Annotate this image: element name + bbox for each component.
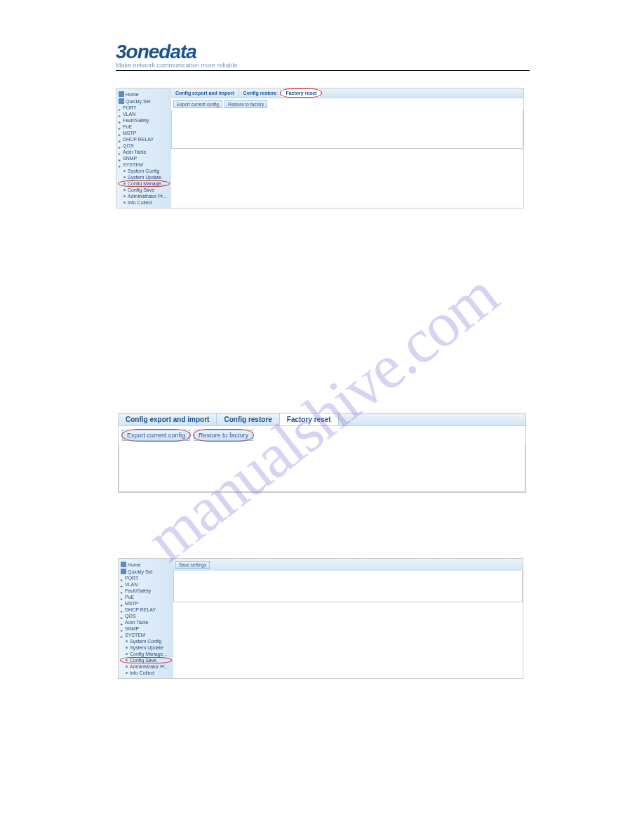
sidebar-label: QOS bbox=[123, 143, 134, 148]
dot-icon bbox=[123, 189, 126, 191]
page-header: 3onedata Make network communication more… bbox=[116, 41, 530, 88]
sidebar-item-fault[interactable]: ▸Fault/Safety bbox=[116, 117, 171, 124]
sidebar-sub-config-save[interactable]: Config Save bbox=[119, 657, 173, 663]
sidebar-label: SYSTEM bbox=[123, 162, 143, 167]
sidebar-item-dhcp[interactable]: ▸DHCP RELAY bbox=[119, 607, 173, 613]
sidebar-sub-label: System Update bbox=[128, 175, 161, 180]
sidebar-sub-label: Config Save bbox=[128, 187, 154, 192]
sidebar-item-vlan[interactable]: ▸VLAN bbox=[119, 581, 173, 588]
sidebar-item-qos[interactable]: ▸QOS bbox=[116, 143, 171, 149]
sidebar-home[interactable]: Home bbox=[116, 91, 171, 98]
sidebar-sub-label: Info Collect bbox=[128, 200, 152, 205]
sidebar-sub-config-manage[interactable]: Config Manage... bbox=[116, 180, 171, 187]
sidebar-label: PORT bbox=[123, 105, 136, 110]
sidebar: Home Quickly Set ▸PORT ▸VLAN ▸Fault/Safe… bbox=[116, 88, 171, 208]
sidebar-item-system[interactable]: ▸SYSTEM bbox=[119, 632, 173, 638]
restore-to-factory-button[interactable]: Restore to factory bbox=[224, 100, 267, 108]
quickset-icon bbox=[119, 98, 124, 104]
sidebar-item-port[interactable]: ▸PORT bbox=[119, 575, 173, 581]
export-current-config-button[interactable]: Export current config bbox=[173, 100, 222, 108]
restore-to-factory-button[interactable]: Restore to factory bbox=[194, 430, 253, 441]
sidebar-sub-info-collect[interactable]: Info Collect bbox=[119, 670, 173, 676]
dot-icon bbox=[126, 672, 128, 674]
content-body bbox=[119, 444, 525, 492]
content-body bbox=[173, 571, 523, 602]
sidebar-sub-system-update[interactable]: System Update bbox=[116, 174, 171, 180]
chevron-icon: ▸ bbox=[121, 590, 123, 593]
dot-icon bbox=[126, 653, 128, 655]
tab-config-restore[interactable]: Config restore bbox=[217, 413, 279, 425]
chevron-icon: ▸ bbox=[119, 119, 121, 122]
sidebar-item-addr[interactable]: ▸Addr Table bbox=[116, 149, 171, 155]
dot-icon bbox=[126, 659, 128, 661]
tab-config-export-import[interactable]: Config export and import bbox=[171, 89, 239, 97]
dot-icon bbox=[123, 176, 126, 178]
sidebar-item-system[interactable]: ▸SYSTEM bbox=[116, 161, 171, 168]
chevron-icon: ▸ bbox=[119, 132, 121, 135]
sidebar-item-poe[interactable]: ▸PoE bbox=[116, 124, 171, 130]
sidebar: Home Quickly Set ▸PORT ▸VLAN ▸Fault/Safe… bbox=[119, 559, 173, 678]
sidebar-quickset-label: Quickly Set bbox=[128, 569, 152, 574]
sidebar-sub-config-save[interactable]: Config Save bbox=[116, 187, 171, 193]
chevron-icon: ▸ bbox=[121, 602, 123, 605]
sidebar-label: PoE bbox=[123, 124, 132, 129]
sidebar-item-port[interactable]: ▸PORT bbox=[116, 105, 171, 111]
sidebar-item-poe[interactable]: ▸PoE bbox=[119, 594, 173, 600]
sidebar-item-vlan[interactable]: ▸VLAN bbox=[116, 111, 171, 117]
chevron-icon: ▸ bbox=[121, 615, 123, 618]
sidebar-item-qos[interactable]: ▸QOS bbox=[119, 613, 173, 619]
sidebar-sub-label: Administrator Pr... bbox=[130, 664, 169, 669]
sidebar-sub-admin-pr[interactable]: Administrator Pr... bbox=[119, 663, 173, 670]
dot-icon bbox=[123, 195, 126, 197]
save-settings-button[interactable]: Save settings bbox=[175, 561, 210, 569]
sidebar-home[interactable]: Home bbox=[119, 561, 173, 568]
button-row: Save settings bbox=[173, 559, 523, 571]
export-current-config-button[interactable]: Export current config bbox=[122, 430, 190, 441]
sidebar-label: PORT bbox=[125, 576, 138, 581]
logo-prefix: 3 bbox=[116, 41, 126, 62]
chevron-icon: ▸ bbox=[121, 634, 123, 637]
home-icon bbox=[121, 562, 126, 567]
sidebar-sub-system-update[interactable]: System Update bbox=[119, 644, 173, 651]
sidebar-sub-label: System Update bbox=[130, 645, 163, 650]
sidebar-sub-system-config[interactable]: System Config bbox=[116, 168, 171, 174]
tab-factory-reset[interactable]: Factory reset bbox=[280, 413, 339, 425]
sidebar-sub-system-config[interactable]: System Config bbox=[119, 638, 173, 644]
sidebar-quickly-set[interactable]: Quickly Set bbox=[119, 568, 173, 575]
sidebar-item-snmp[interactable]: ▸SNMP bbox=[116, 155, 171, 161]
chevron-icon: ▸ bbox=[119, 138, 121, 141]
sidebar-label: SNMP bbox=[123, 156, 137, 161]
sidebar-sub-label: Config Save bbox=[130, 658, 156, 663]
sidebar-item-fault[interactable]: ▸Fault/Safety bbox=[119, 588, 173, 594]
tab-factory-reset[interactable]: Factory reset bbox=[281, 89, 321, 97]
sidebar-sub-info-collect[interactable]: Info Collect bbox=[116, 199, 171, 206]
screenshot-1: Home Quickly Set ▸PORT ▸VLAN ▸Fault/Safe… bbox=[116, 88, 524, 219]
chevron-icon: ▸ bbox=[119, 157, 121, 160]
tab-config-export-import[interactable]: Config export and import bbox=[119, 413, 217, 425]
sidebar-label: DHCP RELAY bbox=[123, 137, 154, 142]
sidebar-sub-label: System Config bbox=[130, 639, 162, 644]
tab-config-restore[interactable]: Config restore bbox=[239, 89, 282, 97]
logo-main: onedata bbox=[126, 41, 196, 62]
chevron-icon: ▸ bbox=[119, 113, 121, 116]
chevron-icon: ▸ bbox=[119, 126, 121, 128]
sidebar-sub-label: Info Collect bbox=[130, 670, 154, 675]
sidebar-item-snmp[interactable]: ▸SNMP bbox=[119, 626, 173, 632]
sidebar-quickly-set[interactable]: Quickly Set bbox=[116, 98, 171, 105]
chevron-icon: ▸ bbox=[121, 628, 123, 630]
chevron-icon: ▸ bbox=[119, 107, 121, 110]
sidebar-item-mstp[interactable]: ▸MSTP bbox=[119, 600, 173, 607]
quickset-icon bbox=[121, 569, 126, 574]
sidebar-item-dhcp[interactable]: ▸DHCP RELAY bbox=[116, 136, 171, 143]
tab-bar: Config export and import Config restore … bbox=[119, 413, 525, 426]
sidebar-sub-admin-pr[interactable]: Administrator Pr... bbox=[116, 193, 171, 199]
button-row: Export current config Restore to factory bbox=[119, 426, 525, 444]
sidebar-item-addr[interactable]: ▸Addr Table bbox=[119, 619, 173, 626]
chevron-icon: ▸ bbox=[121, 621, 123, 624]
sidebar-sub-config-manage[interactable]: Config Manage... bbox=[119, 651, 173, 657]
chevron-icon: ▸ bbox=[119, 151, 121, 154]
chevron-icon: ▸ bbox=[121, 596, 123, 599]
sidebar-label: SYSTEM bbox=[125, 633, 145, 637]
screenshot-3: Home Quickly Set ▸PORT ▸VLAN ▸Fault/Safe… bbox=[118, 558, 523, 689]
sidebar-item-mstp[interactable]: ▸MSTP bbox=[116, 130, 171, 136]
